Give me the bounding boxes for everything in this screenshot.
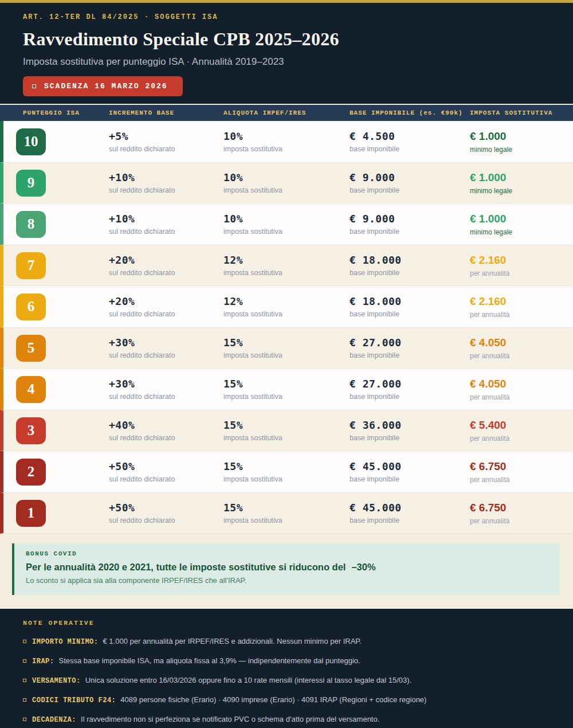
table-row: 6 +20% sul reddito dichiarato 12% impost… <box>0 286 573 327</box>
tax-sublabel: per annualità <box>470 269 573 277</box>
increment-cell: +20% sul reddito dichiarato <box>109 254 223 277</box>
eyebrow-text: ART. 12-TER DL 84/2025 · SOGGETTI ISA <box>23 13 550 21</box>
page-title: Ravvedimento Speciale CPB 2025–2026 <box>23 29 550 50</box>
increment-sublabel: sul reddito dichiarato <box>109 434 223 442</box>
rate-sublabel: imposta sostitutiva <box>223 516 350 525</box>
note-label: IRAP: <box>32 657 54 666</box>
tax-value: € 6.750 <box>470 460 573 473</box>
square-bullet-icon <box>23 679 26 682</box>
increment-value: +40% <box>109 419 223 431</box>
column-header-punteggio: PUNTEGGIO ISA <box>23 109 109 116</box>
score-cell: 1 <box>16 500 109 527</box>
rate-sublabel: imposta sostitutiva <box>223 186 350 194</box>
note-text: Stessa base imponibile ISA, ma aliquota … <box>59 656 360 665</box>
rate-sublabel: imposta sostitutiva <box>223 228 350 236</box>
table-body: 10 +5% sul reddito dichiarato 10% impost… <box>0 121 573 534</box>
bonus-heading-text: Per le annualità 2020 e 2021, tutte le i… <box>26 562 346 572</box>
rate-cell: 15% imposta sostitutiva <box>223 336 350 359</box>
rate-value: 12% <box>223 254 350 266</box>
score-badge: 9 <box>16 170 46 197</box>
tax-value: € 5.400 <box>470 419 573 432</box>
rate-value: 12% <box>223 295 350 307</box>
notes-list: IMPORTO MINIMO: € 1.000 per annualità pe… <box>23 637 550 724</box>
column-header-aliquota: ALIQUOTA IRPEF/IRES <box>223 109 350 116</box>
tax-cell: € 1.000 minimo legale <box>470 213 573 236</box>
rate-cell: 10% imposta sostitutiva <box>223 171 350 194</box>
rate-cell: 10% imposta sostitutiva <box>223 213 350 236</box>
base-cell: € 45.000 base imponibile <box>350 460 470 483</box>
base-value: € 36.000 <box>350 419 470 431</box>
tax-value: € 1.000 <box>470 130 573 143</box>
score-badge: 1 <box>16 500 46 527</box>
rate-cell: 12% imposta sostitutiva <box>223 295 350 318</box>
tax-value: € 4.050 <box>470 336 573 349</box>
note-label: DECADENZA: <box>32 716 76 724</box>
rate-sublabel: imposta sostitutiva <box>223 393 350 401</box>
note-item: DECADENZA: Il ravvedimento non si perfez… <box>23 715 550 724</box>
base-value: € 27.000 <box>350 378 470 390</box>
column-header-imposta: IMPOSTA SOSTITUTIVA <box>470 109 573 116</box>
increment-cell: +10% sul reddito dichiarato <box>109 213 223 236</box>
tax-sublabel: per annualità <box>470 352 573 360</box>
base-sublabel: base imponibile <box>350 351 470 359</box>
rate-cell: 15% imposta sostitutiva <box>223 460 350 483</box>
base-value: € 4.500 <box>350 130 470 142</box>
increment-cell: +40% sul reddito dichiarato <box>109 419 223 442</box>
rate-value: 15% <box>223 419 350 431</box>
tax-sublabel: per annualità <box>470 393 573 401</box>
rate-value: 10% <box>223 171 350 183</box>
score-cell: 2 <box>16 459 109 486</box>
rate-value: 10% <box>223 130 350 142</box>
score-cell: 8 <box>16 211 109 238</box>
tax-cell: € 1.000 minimo legale <box>470 171 573 195</box>
column-header-base: BASE IMPONIBILE (es. €90k) <box>350 109 470 116</box>
table-row: 1 +50% sul reddito dichiarato 15% impost… <box>0 492 573 534</box>
base-sublabel: base imponibile <box>350 145 470 153</box>
score-cell: 4 <box>16 376 109 403</box>
score-cell: 7 <box>16 252 109 279</box>
table-row: 5 +30% sul reddito dichiarato 15% impost… <box>0 327 573 369</box>
increment-sublabel: sul reddito dichiarato <box>109 475 223 483</box>
tax-cell: € 2.160 per annualità <box>470 295 573 319</box>
table-row: 8 +10% sul reddito dichiarato 10% impost… <box>0 203 573 245</box>
score-cell: 9 <box>16 170 109 197</box>
increment-value: +10% <box>109 171 223 183</box>
base-sublabel: base imponibile <box>350 269 470 277</box>
tax-cell: € 1.000 minimo legale <box>470 130 573 154</box>
tax-sublabel: minimo legale <box>470 228 573 236</box>
rate-sublabel: imposta sostitutiva <box>223 310 350 318</box>
tax-sublabel: per annualità <box>470 311 573 319</box>
increment-cell: +5% sul reddito dichiarato <box>109 130 223 153</box>
rate-sublabel: imposta sostitutiva <box>223 145 350 153</box>
note-text: 4089 persone fisiche (Erario) · 4090 imp… <box>120 695 426 704</box>
increment-value: +20% <box>109 254 223 266</box>
increment-cell: +10% sul reddito dichiarato <box>109 171 223 194</box>
base-sublabel: base imponibile <box>350 310 470 318</box>
rate-sublabel: imposta sostitutiva <box>223 351 350 359</box>
tax-sublabel: per annualità <box>470 476 573 484</box>
table-row: 4 +30% sul reddito dichiarato 15% impost… <box>0 369 573 410</box>
table-row: 10 +5% sul reddito dichiarato 10% impost… <box>0 121 573 162</box>
square-bullet-icon <box>32 84 36 88</box>
rate-cell: 15% imposta sostitutiva <box>223 502 350 525</box>
tax-sublabel: minimo legale <box>470 146 573 154</box>
increment-value: +30% <box>109 378 223 390</box>
tax-cell: € 4.050 per annualità <box>470 336 573 360</box>
base-cell: € 18.000 base imponibile <box>350 295 470 318</box>
rate-cell: 12% imposta sostitutiva <box>223 254 350 277</box>
score-cell: 5 <box>16 335 109 362</box>
rate-cell: 15% imposta sostitutiva <box>223 419 350 442</box>
note-item: VERSAMENTO: Unica soluzione entro 16/03/… <box>23 676 550 685</box>
increment-sublabel: sul reddito dichiarato <box>109 269 223 277</box>
score-cell: 6 <box>16 293 109 320</box>
rate-value: 15% <box>223 460 350 472</box>
table-row: 3 +40% sul reddito dichiarato 15% impost… <box>0 410 573 451</box>
rate-sublabel: imposta sostitutiva <box>223 269 350 277</box>
increment-cell: +50% sul reddito dichiarato <box>109 502 223 525</box>
base-sublabel: base imponibile <box>350 393 470 401</box>
tax-value: € 1.000 <box>470 171 573 184</box>
base-sublabel: base imponibile <box>350 434 470 442</box>
rate-sublabel: imposta sostitutiva <box>223 475 350 483</box>
tax-value: € 1.000 <box>470 213 573 225</box>
base-value: € 18.000 <box>350 295 470 307</box>
